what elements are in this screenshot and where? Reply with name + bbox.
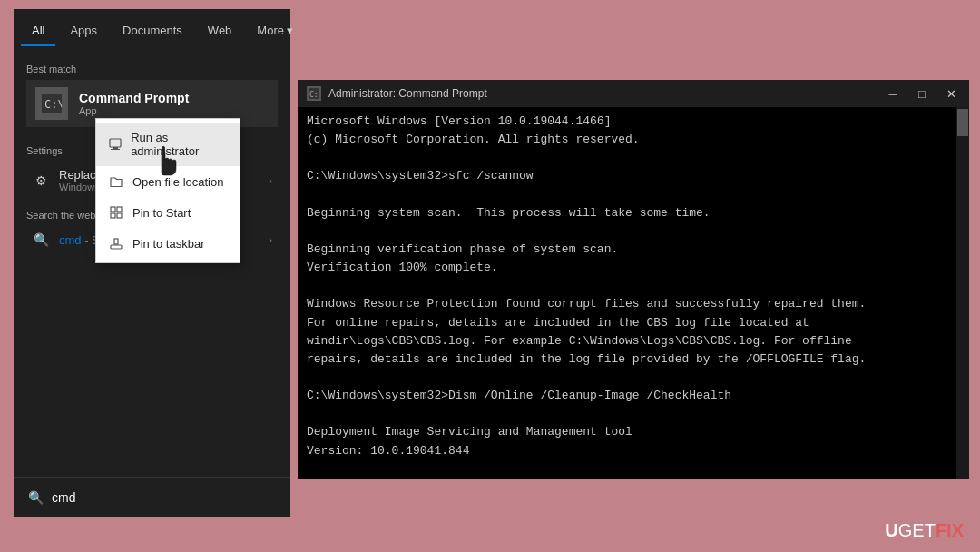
pin-to-taskbar-label: Pin to taskbar <box>132 237 205 251</box>
watermark: U GET FIX <box>885 520 964 541</box>
watermark-get: GET <box>898 520 936 541</box>
svg-rect-9 <box>111 245 122 249</box>
cmd-output: Microsoft Windows [Version 10.0.19044.14… <box>307 113 960 479</box>
search-tabs: All Apps Documents Web More ▾ <box>14 9 290 54</box>
cmd-body[interactable]: Microsoft Windows [Version 10.0.19044.14… <box>298 107 969 479</box>
svg-rect-7 <box>111 213 115 218</box>
svg-rect-4 <box>111 149 120 150</box>
open-location-label: Open file location <box>132 175 223 189</box>
svg-rect-10 <box>114 239 118 244</box>
open-location-icon <box>109 174 123 189</box>
context-menu: Run as administrator Open file location … <box>95 118 240 263</box>
pin-to-start-item[interactable]: Pin to Start <box>96 197 240 228</box>
search-web-icon: 🔍 <box>32 231 50 249</box>
svg-text:C:\: C:\ <box>309 91 319 99</box>
run-as-admin-item[interactable]: Run as administrator <box>96 123 240 166</box>
svg-rect-5 <box>111 207 115 212</box>
maximize-button[interactable]: □ <box>913 84 931 103</box>
tab-apps[interactable]: Apps <box>59 16 108 46</box>
cmd-app-icon: C:\ <box>307 86 321 101</box>
start-menu: All Apps Documents Web More ▾ Best match… <box>14 9 290 518</box>
tab-web[interactable]: Web <box>197 16 243 46</box>
pin-to-start-label: Pin to Start <box>132 206 191 220</box>
web-chevron-icon: › <box>269 234 272 245</box>
app-info: Command Prompt App <box>79 91 189 116</box>
svg-rect-8 <box>117 213 122 218</box>
cmd-titlebar: C:\ Administrator: Command Prompt ─ □ ✕ <box>298 80 969 107</box>
tab-all[interactable]: All <box>21 16 55 46</box>
open-file-location-item[interactable]: Open file location <box>96 166 240 197</box>
close-button[interactable]: ✕ <box>942 84 960 103</box>
cmd-scrollbar-thumb <box>957 109 968 136</box>
svg-rect-6 <box>117 207 122 212</box>
cmd-title-text: Administrator: Command Prompt <box>328 87 487 100</box>
pin-to-taskbar-item[interactable]: Pin to taskbar <box>96 228 240 259</box>
search-bar: 🔍 cmd <box>14 477 290 518</box>
app-type: App <box>79 105 189 116</box>
watermark-fix: FIX <box>936 520 964 541</box>
run-as-admin-label: Run as administrator <box>131 131 227 158</box>
tab-documents[interactable]: Documents <box>112 16 193 46</box>
chevron-right-icon: › <box>269 175 272 186</box>
settings-gear-icon: ⚙ <box>32 172 50 190</box>
pin-taskbar-icon <box>109 236 123 251</box>
svg-rect-2 <box>110 139 121 147</box>
watermark-u: U <box>885 520 897 541</box>
chevron-down-icon: ▾ <box>287 24 293 37</box>
pin-start-icon <box>109 205 123 220</box>
search-query[interactable]: cmd <box>52 490 75 505</box>
run-as-admin-icon <box>109 137 122 152</box>
best-match-label: Best match <box>26 64 278 74</box>
command-prompt-icon: C:\ <box>35 87 68 120</box>
minimize-button[interactable]: ─ <box>884 84 902 103</box>
cmd-scrollbar[interactable] <box>956 107 969 479</box>
cmd-window: C:\ Administrator: Command Prompt ─ □ ✕ … <box>298 80 969 479</box>
app-name: Command Prompt <box>79 91 189 105</box>
svg-text:C:\: C:\ <box>44 98 62 111</box>
tab-more[interactable]: More ▾ <box>246 16 304 46</box>
search-icon: 🔍 <box>26 488 44 507</box>
svg-rect-3 <box>113 147 118 149</box>
